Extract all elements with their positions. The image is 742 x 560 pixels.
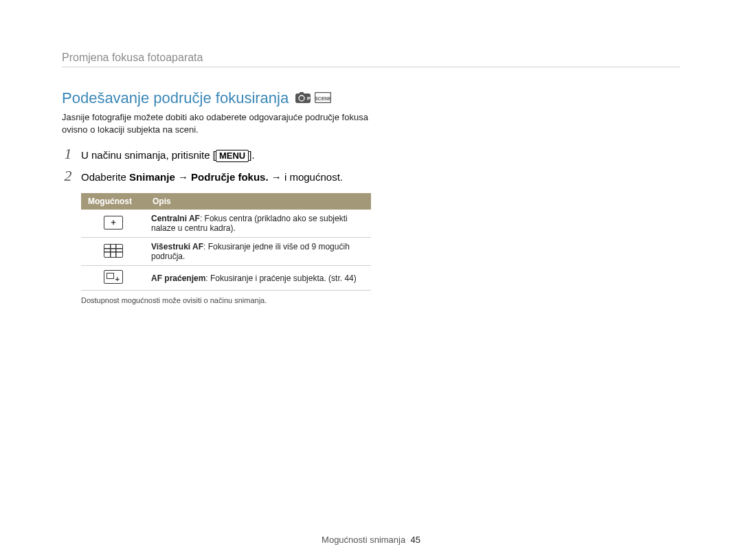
step-number: 2: [62, 167, 74, 185]
options-table: Mogućnost Opis Centralni AF: Fokus centr…: [81, 193, 371, 291]
af-multi-icon: [104, 244, 123, 258]
af-center-icon: [104, 216, 123, 229]
section-title-text: Podešavanje područje fokusiranja: [62, 89, 289, 107]
table-cell-description: Višestruki AF: Fokusiranje jedne ili viš…: [146, 238, 371, 266]
svg-text:P: P: [307, 96, 311, 101]
table-row: AF praćenjem: Fokusiranje i praćenje sub…: [81, 266, 371, 291]
option-name: AF praćenjem: [151, 273, 205, 283]
svg-text:SCENE: SCENE: [315, 96, 331, 101]
menu-button-label: MENU: [216, 150, 249, 162]
step-prefix: U načinu snimanja, pritisnite [: [81, 149, 216, 161]
table-row: Centralni AF: Fokus centra (prikladno ak…: [81, 210, 371, 238]
table-header-option: Mogućnost: [81, 193, 146, 210]
step-suffix: → i mogućnost.: [269, 171, 343, 183]
step-text: U načinu snimanja, pritisnite [MENU].: [81, 149, 255, 162]
scene-icon: SCENE: [315, 89, 331, 107]
step-suffix: ].: [249, 149, 254, 161]
table-cell-description: AF praćenjem: Fokusiranje i praćenje sub…: [146, 266, 371, 291]
table-cell-description: Centralni AF: Fokus centra (prikladno ak…: [146, 210, 371, 238]
camera-p-icon: P: [295, 89, 311, 107]
option-desc: : Fokusiranje i praćenje subjekta. (str.…: [205, 273, 356, 283]
breadcrumb: Promjena fokusa fotoaparata: [62, 52, 680, 67]
step-1: 1 U načinu snimanja, pritisnite [MENU].: [62, 145, 680, 163]
step-prefix: Odaberite: [81, 171, 129, 183]
option-name: Višestruki AF: [151, 242, 203, 251]
table-header-description: Opis: [146, 193, 371, 210]
step-bold: Snimanje → Područje fokus.: [129, 171, 269, 183]
step-2: 2 Odaberite Snimanje → Područje fokus. →…: [62, 167, 680, 185]
footer-label: Mogućnosti snimanja: [322, 535, 405, 545]
footnote: Dostupnost mogućnosti može ovisiti o nač…: [81, 296, 680, 304]
svg-rect-1: [300, 92, 304, 94]
section-heading: Podešavanje područje fokusiranja P SCENE: [62, 89, 680, 107]
page-number: 45: [410, 535, 420, 545]
step-number: 1: [62, 145, 74, 163]
intro-text: Jasnije fotografije možete dobiti ako od…: [62, 111, 385, 135]
af-tracking-icon: [104, 270, 123, 284]
step-text: Odaberite Snimanje → Područje fokus. → i…: [81, 171, 343, 183]
option-name: Centralni AF: [151, 214, 200, 223]
table-row: Višestruki AF: Fokusiranje jedne ili viš…: [81, 238, 371, 266]
page-footer: Mogućnosti snimanja 45: [0, 535, 742, 545]
